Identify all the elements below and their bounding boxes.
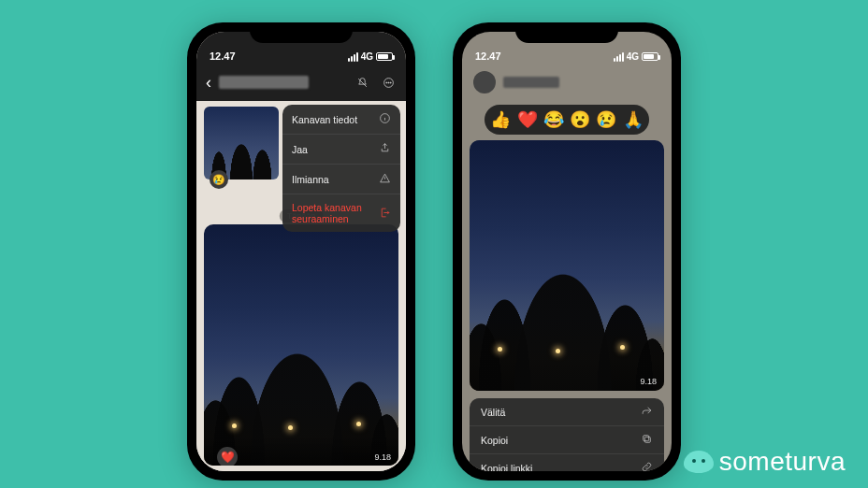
action-copy[interactable]: Kopioi xyxy=(470,426,664,454)
menu-item-unfollow[interactable]: Lopeta kanavan seuraaminen xyxy=(282,194,400,232)
status-time: 12.47 xyxy=(210,50,236,62)
menu-label: Kanavan tiedot xyxy=(292,114,357,125)
signal-icon xyxy=(614,52,624,62)
more-icon[interactable] xyxy=(380,74,397,91)
reaction-pray[interactable]: 🙏 xyxy=(623,109,644,130)
menu-label: Ilmianna xyxy=(292,174,329,185)
channel-avatar[interactable] xyxy=(473,71,496,93)
reaction-wow[interactable]: 😮 xyxy=(570,109,590,130)
share-icon xyxy=(378,142,391,156)
status-time: 12.47 xyxy=(475,50,501,62)
svg-point-2 xyxy=(387,81,388,82)
chat-header xyxy=(462,64,672,101)
svg-rect-6 xyxy=(643,436,648,441)
message-time: 9.18 xyxy=(374,452,391,462)
message-image[interactable]: 9.18 xyxy=(470,140,664,391)
message-time: 9.18 xyxy=(640,377,657,386)
action-label: Välitä xyxy=(481,407,505,418)
notch xyxy=(250,22,353,43)
phone-left: 12.47 4G ‹ xyxy=(187,22,415,481)
action-label: Kopioi linkki xyxy=(481,463,532,472)
info-icon xyxy=(378,112,391,126)
thumbnail-image xyxy=(204,107,279,179)
reaction-picker: 👍 ❤️ 😂 😮 😢 🙏 xyxy=(485,105,649,135)
reaction-sad[interactable]: 😢 xyxy=(596,109,616,130)
forward-icon xyxy=(640,405,653,419)
svg-point-1 xyxy=(385,81,386,82)
action-copy-link[interactable]: Kopioi linkki xyxy=(470,454,664,471)
menu-item-report[interactable]: Ilmianna xyxy=(282,165,400,194)
notch xyxy=(515,22,618,43)
brand-logo: someturva xyxy=(684,447,846,477)
battery-icon xyxy=(642,52,658,61)
phone-right: 12.47 4G 👍 ❤️ 😂 😮 😢 🙏 xyxy=(453,22,681,481)
reaction-laugh[interactable]: 😂 xyxy=(543,109,564,130)
channel-context-menu: Kanavan tiedot Jaa Ilmianna Lopeta kanav… xyxy=(282,105,400,232)
chat-body: 👍 ❤️ 😂 😮 😢 🙏 9.18 Välitä xyxy=(462,101,672,471)
channel-title-blurred[interactable] xyxy=(503,77,559,88)
signal-icon xyxy=(348,52,358,62)
battery-icon xyxy=(376,52,393,61)
logo-text: someturva xyxy=(719,447,846,477)
action-forward[interactable]: Välitä xyxy=(470,398,664,426)
status-right: 4G xyxy=(614,51,658,62)
link-icon xyxy=(640,461,653,471)
screen: 12.47 4G ‹ xyxy=(196,32,406,471)
copy-icon xyxy=(640,433,653,447)
menu-item-info[interactable]: Kanavan tiedot xyxy=(282,105,400,135)
warn-icon xyxy=(378,172,391,186)
action-label: Kopioi xyxy=(481,435,508,446)
menu-label: Jaa xyxy=(292,144,308,155)
screen: 12.47 4G 👍 ❤️ 😂 😮 😢 🙏 xyxy=(462,32,672,471)
network-label: 4G xyxy=(361,51,373,62)
leave-icon xyxy=(379,207,391,221)
mute-icon[interactable] xyxy=(354,74,370,91)
reaction-heart[interactable]: ❤️ xyxy=(517,109,538,130)
svg-point-3 xyxy=(390,81,391,82)
thumbnail-message[interactable]: 😢 xyxy=(204,107,279,179)
chat-body: 😢 Kanavan tiedot Jaa Ilmianna xyxy=(196,101,406,471)
svg-rect-5 xyxy=(644,437,650,442)
logo-face-icon xyxy=(684,451,714,473)
message-image[interactable]: 9.18 ❤️ xyxy=(204,224,398,466)
reaction-thumbs-up[interactable]: 👍 xyxy=(490,109,511,130)
message-reaction[interactable]: ❤️ xyxy=(217,447,238,466)
menu-label: Lopeta kanavan seuraaminen xyxy=(292,202,379,224)
menu-item-share[interactable]: Jaa xyxy=(282,135,400,165)
channel-title-blurred[interactable] xyxy=(219,76,309,89)
thumbnail-reaction[interactable]: 😢 xyxy=(210,170,228,189)
message-action-sheet: Välitä Kopioi Kopioi linkki Ilmianna xyxy=(470,398,664,471)
status-right: 4G xyxy=(348,51,393,62)
chat-header: ‹ xyxy=(196,64,406,101)
network-label: 4G xyxy=(627,51,639,62)
back-button[interactable]: ‹ xyxy=(206,73,211,93)
